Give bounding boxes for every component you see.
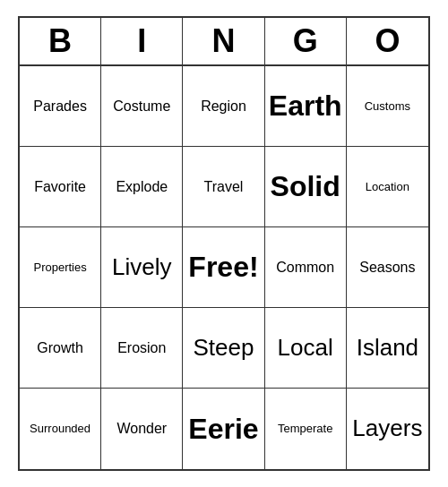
bingo-cell[interactable]: Earth [265,66,347,147]
cell-text: Growth [37,339,83,356]
cell-text: Temperate [278,422,332,436]
cell-text: Common [276,259,334,276]
bingo-cell[interactable]: Region [183,66,264,147]
header-letter: G [265,18,347,64]
cell-text: Erosion [117,339,166,356]
bingo-cell[interactable]: Erosion [101,308,183,389]
cell-text: Earth [269,89,342,123]
bingo-cell[interactable]: Wonder [101,389,183,469]
bingo-cell[interactable]: Favorite [20,147,101,227]
header-letter: N [183,18,264,64]
cell-text: Island [357,334,418,362]
bingo-cell[interactable]: Parades [20,66,101,147]
cell-text: Favorite [34,178,86,195]
cell-text: Free! [188,250,258,284]
bingo-cell[interactable]: Lively [101,227,183,308]
bingo-cell[interactable]: Layers [347,389,428,469]
cell-text: Eerie [188,412,258,446]
bingo-cell[interactable]: Travel [183,147,264,227]
header-letter: B [20,18,101,64]
cell-text: Customs [365,99,410,114]
bingo-cell[interactable]: Surrounded [20,389,101,469]
bingo-cell[interactable]: Location [347,147,428,227]
cell-text: Solid [271,169,340,203]
bingo-cell[interactable]: Costume [101,66,183,147]
header-letter: O [347,18,428,64]
bingo-cell[interactable]: Eerie [183,389,264,469]
bingo-cell[interactable]: Free! [183,227,264,308]
bingo-cell[interactable]: Common [265,227,347,308]
bingo-cell[interactable]: Island [347,308,428,389]
bingo-cell[interactable]: Temperate [265,389,347,469]
bingo-grid: ParadesCostumeRegionEarthCustomsFavorite… [20,66,428,469]
cell-text: Local [278,334,333,362]
bingo-card: BINGO ParadesCostumeRegionEarthCustomsFa… [18,16,430,471]
cell-text: Lively [112,253,171,281]
header-letter: I [101,18,183,64]
cell-text: Location [366,180,409,194]
bingo-cell[interactable]: Solid [265,147,347,227]
cell-text: Parades [33,98,87,115]
cell-text: Region [201,98,246,115]
cell-text: Seasons [359,259,415,276]
bingo-cell[interactable]: Explode [101,147,183,227]
bingo-cell[interactable]: Local [265,308,347,389]
bingo-header: BINGO [20,18,428,66]
bingo-cell[interactable]: Seasons [347,227,428,308]
cell-text: Explode [116,178,168,195]
bingo-cell[interactable]: Growth [20,308,101,389]
bingo-cell[interactable]: Steep [183,308,264,389]
cell-text: Properties [33,261,86,275]
cell-text: Wonder [116,420,167,437]
cell-text: Layers [352,414,422,442]
cell-text: Travel [204,178,244,195]
bingo-cell[interactable]: Customs [347,66,428,147]
cell-text: Surrounded [30,422,90,436]
cell-text: Costume [113,98,170,115]
cell-text: Steep [194,334,254,362]
bingo-cell[interactable]: Properties [20,227,101,308]
